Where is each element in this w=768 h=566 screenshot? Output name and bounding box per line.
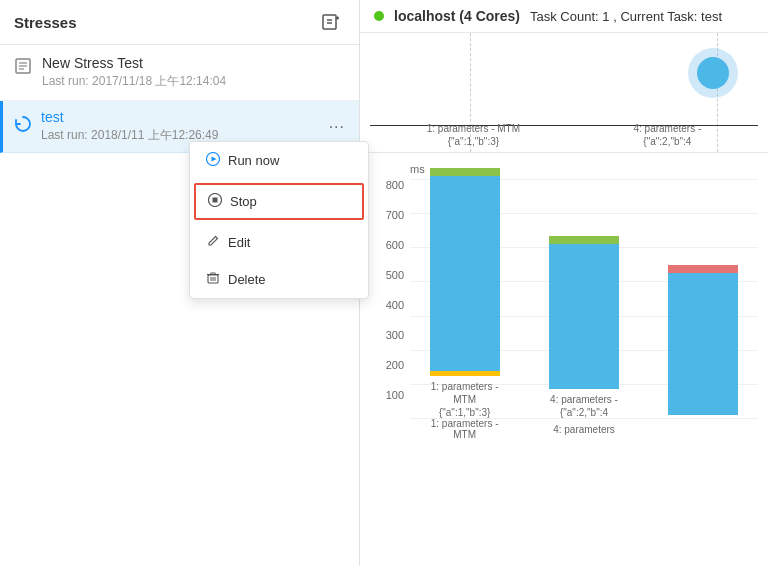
ball-inner bbox=[697, 57, 729, 89]
stress-item-name: New Stress Test bbox=[42, 55, 345, 71]
stress-item-info: New Stress Test Last run: 2017/11/18 上午1… bbox=[42, 55, 345, 90]
test-item-container: test Last run: 2018/1/11 上午12:26:49 ··· … bbox=[0, 101, 359, 153]
status-dot bbox=[374, 11, 384, 21]
bar-3-top-red bbox=[668, 265, 738, 273]
bar-3-stack bbox=[668, 265, 738, 415]
current-task-label: Current Task: bbox=[620, 9, 697, 24]
ball-outer bbox=[688, 48, 738, 98]
y-100: 100 bbox=[386, 389, 404, 401]
right-header: localhost (4 Cores) Task Count: 1 , Curr… bbox=[360, 0, 768, 33]
add-icon bbox=[321, 12, 341, 32]
y-800: 800 bbox=[386, 179, 404, 191]
dropdown-menu: Run now Stop Edit bbox=[189, 141, 369, 299]
y-400: 400 bbox=[386, 299, 404, 311]
delete-menu-item[interactable]: Delete bbox=[190, 261, 368, 298]
x-axis-labels: 1: parameters - MTM 4: parameters bbox=[410, 419, 758, 439]
test-item-name: test bbox=[41, 109, 325, 125]
bar-1-stack bbox=[430, 168, 500, 376]
panel-header: Stresses bbox=[0, 0, 359, 45]
delete-label: Delete bbox=[228, 272, 266, 287]
edit-icon bbox=[206, 234, 220, 251]
play-icon bbox=[206, 152, 220, 169]
bar-1-top-green bbox=[430, 168, 500, 176]
x-label-2: 4: parameters bbox=[539, 424, 628, 435]
bar-1-main bbox=[430, 176, 500, 371]
timeline-x-labels: 1: parameters - MTM {"a":1,"b":3} 4: par… bbox=[360, 122, 768, 148]
stress-item-new[interactable]: New Stress Test Last run: 2017/11/18 上午1… bbox=[0, 45, 359, 101]
svg-rect-12 bbox=[213, 198, 218, 203]
timeline-label-1: 1: parameters - MTM {"a":1,"b":3} bbox=[427, 122, 520, 148]
delete-icon bbox=[206, 271, 220, 288]
bar-2-top-green bbox=[549, 236, 619, 244]
bar-1-bottom-yellow bbox=[430, 371, 500, 376]
y-200: 200 bbox=[386, 359, 404, 371]
y-axis: 800 700 600 500 400 300 200 100 bbox=[370, 179, 410, 439]
y-500: 500 bbox=[386, 269, 404, 281]
left-panel: Stresses New Stress Test Last run: 2017/… bbox=[0, 0, 360, 566]
task-count-info: Task Count: 1 , Current Task: test bbox=[530, 9, 722, 24]
current-task-value: test bbox=[701, 9, 722, 24]
bar-group-2: 4: parameters - {"a":2,"b":4 bbox=[539, 236, 628, 419]
edit-menu-item[interactable]: Edit bbox=[190, 224, 368, 261]
y-600: 600 bbox=[386, 239, 404, 251]
bar-label-1: 1: parameters - MTM {"a":1,"b":3} bbox=[420, 380, 509, 419]
stop-menu-item[interactable]: Stop bbox=[194, 183, 364, 220]
bar-2-main bbox=[549, 244, 619, 389]
timeline-label-2: 4: parameters - {"a":2,"b":4 bbox=[633, 122, 701, 148]
task-count-label: Task Count: bbox=[530, 9, 599, 24]
right-panel: localhost (4 Cores) Task Count: 1 , Curr… bbox=[360, 0, 768, 566]
panel-title: Stresses bbox=[14, 14, 77, 31]
add-stress-button[interactable] bbox=[317, 10, 345, 34]
timeline-section: 1: parameters - MTM {"a":1,"b":3} 4: par… bbox=[360, 33, 768, 153]
y-300: 300 bbox=[386, 329, 404, 341]
bar-chart-wrapper: 800 700 600 500 400 300 200 100 bbox=[370, 179, 758, 439]
timeline-ball bbox=[688, 48, 738, 98]
run-now-label: Run now bbox=[228, 153, 279, 168]
svg-rect-0 bbox=[323, 15, 336, 29]
bar-group-3 bbox=[659, 265, 748, 419]
test-item-info: test Last run: 2018/1/11 上午12:26:49 bbox=[41, 109, 325, 144]
stop-icon bbox=[208, 193, 222, 210]
x-label-1: 1: parameters - MTM bbox=[420, 418, 509, 440]
bar-3-main bbox=[668, 273, 738, 415]
edit-label: Edit bbox=[228, 235, 250, 250]
stress-item-lastrun: Last run: 2017/11/18 上午12:14:04 bbox=[42, 73, 345, 90]
task-count-value: 1 bbox=[602, 9, 609, 24]
bar-group-1: 1: parameters - MTM {"a":1,"b":3} bbox=[420, 168, 509, 419]
svg-rect-18 bbox=[211, 273, 216, 275]
bars-container: 1: parameters - MTM {"a":1,"b":3} 4: par… bbox=[410, 179, 758, 439]
stress-item-icon bbox=[14, 57, 32, 79]
refresh-icon bbox=[13, 114, 33, 139]
stop-label: Stop bbox=[230, 194, 257, 209]
bar-2-stack bbox=[549, 236, 619, 389]
server-name: localhost (4 Cores) bbox=[394, 8, 520, 24]
three-dots-button[interactable]: ··· bbox=[325, 116, 349, 138]
bars-row: 1: parameters - MTM {"a":1,"b":3} 4: par… bbox=[410, 179, 758, 419]
y-700: 700 bbox=[386, 209, 404, 221]
run-now-menu-item[interactable]: Run now bbox=[190, 142, 368, 179]
bar-chart-section: ms 800 700 600 500 400 300 200 100 bbox=[360, 153, 768, 566]
bar-label-2: 4: parameters - {"a":2,"b":4 bbox=[550, 393, 618, 419]
svg-marker-10 bbox=[212, 157, 217, 162]
